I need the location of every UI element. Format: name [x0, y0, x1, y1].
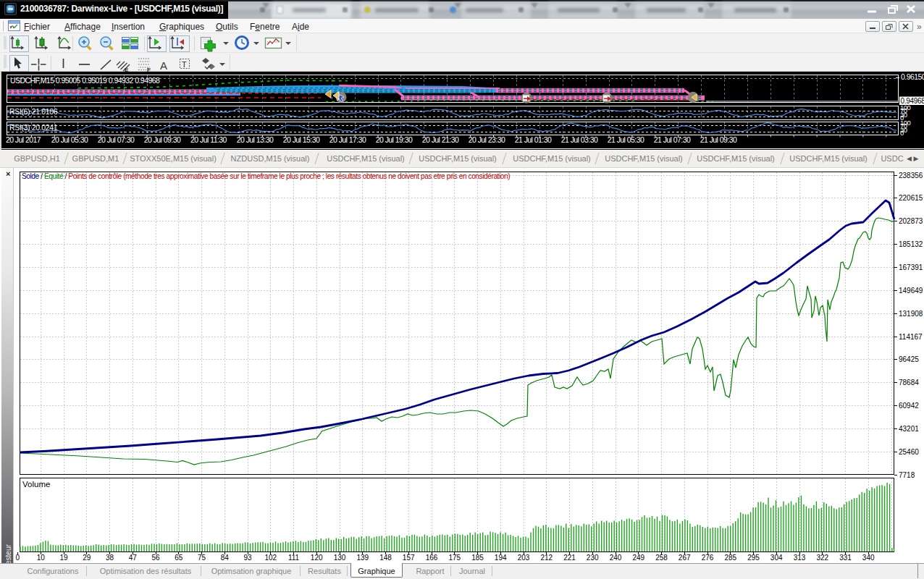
svg-text:304: 304: [770, 554, 783, 562]
svg-text:20 Jul 15:30: 20 Jul 15:30: [283, 135, 320, 144]
svg-text:56: 56: [151, 554, 160, 562]
svg-text:20 Jul 23:30: 20 Jul 23:30: [469, 135, 505, 144]
svg-text:258: 258: [655, 554, 668, 562]
svg-text:276: 276: [702, 554, 714, 562]
svg-text:267: 267: [679, 554, 691, 562]
svg-text:240: 240: [610, 554, 622, 562]
svg-text:167391: 167391: [899, 263, 923, 271]
svg-text:331: 331: [839, 554, 852, 562]
svg-text:20 Jul 2017: 20 Jul 2017: [6, 135, 41, 144]
svg-text:212: 212: [540, 554, 553, 562]
svg-text:313: 313: [794, 554, 806, 562]
svg-text:20 Jul 11:30: 20 Jul 11:30: [190, 135, 227, 144]
svg-text:Solde / Equité / Points de con: Solde / Equité / Points de contrôle (mét…: [22, 172, 510, 180]
svg-text:21 Jul 01:30: 21 Jul 01:30: [515, 135, 552, 144]
svg-text:21 Jul 07:30: 21 Jul 07:30: [654, 135, 691, 144]
svg-text:20 Jul 05:30: 20 Jul 05:30: [51, 135, 88, 144]
svg-text:RSI(3) 20.0241: RSI(3) 20.0241: [9, 123, 58, 132]
svg-text:185: 185: [471, 554, 484, 562]
svg-text:249: 249: [632, 554, 644, 562]
svg-text:21 Jul 09:30: 21 Jul 09:30: [700, 135, 737, 144]
svg-text:43201: 43201: [899, 425, 919, 433]
svg-text:21 Jul 05:30: 21 Jul 05:30: [608, 135, 644, 144]
svg-text:0.94968: 0.94968: [901, 97, 924, 105]
svg-text:285: 285: [724, 554, 736, 562]
svg-text:148: 148: [379, 554, 392, 562]
svg-text:130: 130: [334, 554, 346, 562]
svg-text:20 Jul 17:30: 20 Jul 17:30: [329, 135, 366, 144]
svg-text:111: 111: [288, 554, 300, 562]
svg-text:60942: 60942: [899, 402, 919, 410]
svg-text:203: 203: [518, 554, 530, 562]
svg-text:20 Jul 21:30: 20 Jul 21:30: [422, 135, 459, 144]
svg-text:0: 0: [16, 554, 20, 562]
svg-text:20 Jul 19:30: 20 Jul 19:30: [376, 135, 413, 144]
svg-text:RSI(6) 21.0106: RSI(6) 21.0106: [9, 107, 58, 116]
svg-text:157: 157: [403, 554, 415, 562]
svg-text:220615: 220615: [899, 194, 923, 202]
svg-text:84: 84: [221, 554, 230, 562]
svg-text:340: 340: [862, 554, 875, 562]
svg-text:102: 102: [264, 554, 277, 562]
svg-text:25460: 25460: [899, 448, 919, 456]
svg-text:38: 38: [106, 554, 114, 562]
svg-text:131908: 131908: [899, 310, 923, 318]
svg-text:Volume: Volume: [22, 480, 50, 489]
svg-text:65: 65: [175, 554, 183, 562]
svg-text:295: 295: [747, 554, 760, 562]
svg-text:175: 175: [448, 554, 461, 562]
svg-text:F: F: [147, 67, 151, 72]
svg-text:20 Jul 07:30: 20 Jul 07:30: [98, 135, 135, 144]
svg-text:202873: 202873: [899, 217, 923, 225]
svg-text:185132: 185132: [899, 240, 923, 248]
svg-text:96425: 96425: [899, 355, 919, 363]
svg-text:19: 19: [59, 554, 68, 562]
svg-text:194: 194: [495, 554, 507, 562]
svg-text:221: 221: [563, 554, 576, 562]
svg-text:322: 322: [816, 554, 828, 562]
svg-text:75: 75: [198, 554, 206, 562]
svg-text:20 Jul 13:30: 20 Jul 13:30: [237, 135, 274, 144]
svg-text:0.96150: 0.96150: [901, 72, 924, 81]
svg-text:238356: 238356: [899, 172, 923, 179]
svg-text:A: A: [160, 59, 167, 72]
svg-text:230: 230: [587, 554, 599, 562]
svg-text:166: 166: [426, 554, 438, 562]
svg-text:149649: 149649: [899, 287, 923, 295]
svg-text:78684: 78684: [899, 379, 919, 386]
svg-text:7718: 7718: [899, 471, 915, 479]
svg-text:139: 139: [356, 554, 369, 562]
svg-text:29: 29: [83, 554, 91, 562]
svg-text:120: 120: [311, 554, 323, 562]
svg-text:93: 93: [243, 554, 252, 562]
svg-text:E: E: [125, 67, 129, 72]
svg-text:0: 0: [900, 129, 904, 137]
svg-text:T: T: [182, 60, 187, 69]
svg-text:114167: 114167: [899, 333, 923, 341]
svg-text:20 Jul 09:30: 20 Jul 09:30: [144, 135, 181, 144]
svg-text:47: 47: [129, 554, 138, 562]
svg-text:21 Jul 03:30: 21 Jul 03:30: [561, 135, 598, 144]
svg-text:10: 10: [37, 554, 46, 562]
svg-text:USDCHF,M15 0.95005 0.95019 0.: USDCHF,M15 0.95005 0.95019 0.94932 0.949…: [10, 76, 160, 85]
